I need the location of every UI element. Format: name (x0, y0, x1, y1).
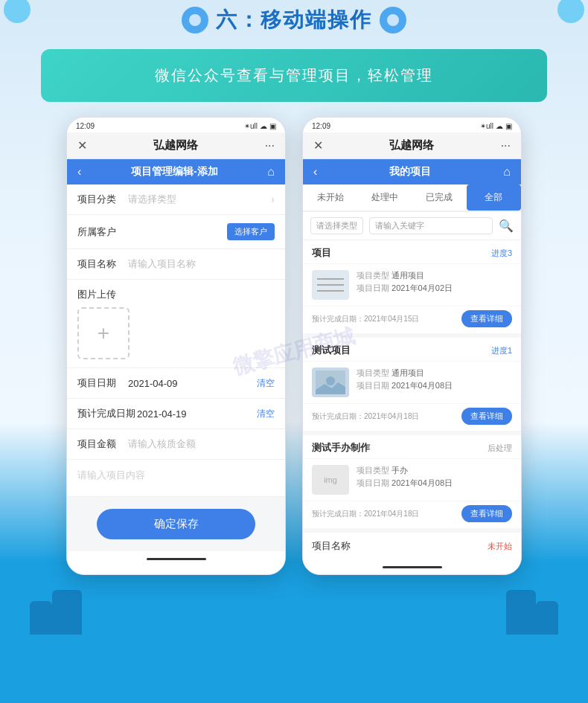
project-list: 项目 进度3 项目类型 通用项 (303, 240, 521, 559)
tab-processing[interactable]: 处理中 (357, 184, 412, 211)
right-wechat-title: 弘越网络 (323, 138, 501, 153)
project-card-2-body: 项目类型 通用项目 项目日期 2021年04月08日 (303, 362, 521, 403)
header-icon-right (380, 7, 406, 33)
left-home-icon[interactable]: ⌂ (267, 165, 275, 179)
right-phone: 12:09 ✴ull☁▣ ✕ 弘越网络 ··· ‹ 我的项目 ⌂ 未开始 处理中 (302, 117, 522, 575)
project-1-info: 项目类型 通用项目 项目日期 2021年04月02日 (357, 270, 512, 295)
right-blue-nav: ‹ 我的项目 ⌂ (303, 159, 521, 184)
project-card-1-body: 项目类型 通用项目 项目日期 2021年04月02日 (303, 264, 521, 306)
keyword-input[interactable]: 请输入关键字 (369, 217, 493, 234)
form-row-category[interactable]: 项目分类 请选择类型 › (67, 184, 285, 215)
form-label-date: 项目日期 (77, 376, 128, 390)
project-3-thumb: img (312, 465, 349, 495)
left-status-time: 12:09 (76, 122, 95, 130)
project-card-1-header: 项目 进度3 (303, 240, 521, 264)
form-label-category: 项目分类 (77, 193, 128, 206)
right-home-icon[interactable]: ⌂ (503, 165, 511, 179)
project-card-1-footer: 预计完成日期：2021年04月15日 查看详细 (303, 306, 521, 333)
left-status-icons: ✴ull☁▣ (244, 122, 276, 130)
form-row-expected-date[interactable]: 预计完成日期 2021-04-19 清空 (67, 399, 285, 429)
project-2-detail-button[interactable]: 查看详细 (461, 408, 512, 425)
project-1-name: 项目 (312, 246, 331, 260)
right-phone-bottom (303, 559, 521, 574)
project-2-info: 项目类型 通用项目 项目日期 2021年04月08日 (357, 367, 512, 393)
form-placeholder-content: 请输入项目内容 (77, 469, 145, 481)
right-status-bar: 12:09 ✴ull☁▣ (303, 118, 521, 132)
form-row-name[interactable]: 项目名称 请输入项目名称 (67, 249, 285, 280)
project-card-2-header: 测试项目 进度1 (303, 338, 521, 362)
form-placeholder-amount: 请输入核质金额 (128, 437, 275, 451)
project-3-detail-button[interactable]: 查看详细 (461, 505, 512, 522)
upload-box[interactable]: + (77, 307, 130, 359)
right-wechat-nav: ✕ 弘越网络 ··· (303, 132, 521, 159)
project-card-3: 测试手办制作 后处理 img 项目类型 手办 项目日期 2021年04月 (303, 435, 521, 528)
tab-completed[interactable]: 已完成 (412, 184, 467, 211)
right-close-icon[interactable]: ✕ (313, 138, 323, 153)
left-blue-nav: ‹ 项目管理编辑-添加 ⌂ (67, 159, 285, 184)
project-1-progress: 进度3 (491, 248, 512, 259)
left-close-icon[interactable]: ✕ (77, 138, 87, 153)
form-label-name: 项目名称 (77, 257, 128, 271)
project-card-1: 项目 进度3 项目类型 通用项 (303, 240, 521, 333)
right-nav-title: 我的项目 (317, 165, 503, 179)
project-2-date: 项目日期 2021年04月08日 (357, 380, 512, 391)
banner-text: 微信公众号查看与管理项目，轻松管理 (155, 67, 433, 83)
last-project-row: 项目名称 未开始 (303, 533, 521, 559)
last-project-status: 未开始 (488, 541, 512, 552)
left-phone: 12:09 ✴ull☁▣ ✕ 弘越网络 ··· ‹ 项目管理编辑-添加 ⌂ (66, 117, 286, 575)
select-customer-button[interactable]: 选择客户 (227, 223, 275, 240)
form-row-customer[interactable]: 所属客户 选择客户 (67, 215, 285, 249)
form-arrow-category: › (271, 193, 275, 205)
form-row-content[interactable]: 请输入项目内容 (67, 460, 285, 497)
left-phone-bottom (67, 551, 285, 566)
phones-row: 12:09 ✴ull☁▣ ✕ 弘越网络 ··· ‹ 项目管理编辑-添加 ⌂ (0, 117, 588, 575)
left-status-bar: 12:09 ✴ull☁▣ (67, 118, 285, 132)
bottom-bar (147, 558, 206, 560)
right-bottom-bar (383, 566, 442, 568)
plus-icon: + (98, 321, 109, 345)
date-clear-button[interactable]: 清空 (257, 377, 275, 390)
header-icon-left (182, 7, 208, 33)
svg-point-0 (189, 14, 201, 26)
project-card-2: 测试项目 进度1 项目类型 通 (303, 338, 521, 431)
tab-all[interactable]: 全部 (467, 184, 521, 211)
project-3-type: 项目类型 手办 (357, 465, 512, 476)
form-label-expected-date: 预计完成日期 (77, 407, 137, 420)
right-status-icons: ✴ull☁▣ (480, 122, 512, 130)
form-row-amount[interactable]: 项目金额 请输入核质金额 (67, 429, 285, 460)
right-menu-icon[interactable]: ··· (501, 139, 511, 153)
project-2-progress: 进度1 (491, 345, 512, 356)
left-wechat-nav: ✕ 弘越网络 ··· (67, 132, 285, 159)
left-menu-icon[interactable]: ··· (265, 139, 275, 153)
form-value-category: 请选择类型 (128, 193, 271, 206)
project-1-thumb (312, 270, 349, 300)
form-value-date: 2021-04-09 (128, 378, 251, 389)
form-row-date[interactable]: 项目日期 2021-04-09 清空 (67, 368, 285, 399)
project-card-2-footer: 预计完成日期：2021年04月18日 查看详细 (303, 403, 521, 431)
right-status-time: 12:09 (312, 122, 330, 130)
expected-date-clear-button[interactable]: 清空 (257, 408, 275, 420)
form-row-upload[interactable]: 图片上传 + (67, 280, 285, 368)
project-card-3-header: 测试手办制作 后处理 (303, 435, 521, 459)
form-label-customer: 所属客户 (77, 225, 128, 239)
save-button[interactable]: 确定保存 (97, 509, 255, 539)
svg-point-1 (387, 14, 399, 26)
project-3-deadline: 预计完成日期：2021年04月18日 (312, 509, 420, 519)
banner: 微信公众号查看与管理项目，轻松管理 (41, 49, 547, 102)
bottom-pillar-right (506, 590, 536, 635)
save-btn-wrap: 确定保存 (67, 497, 285, 551)
project-2-thumb (312, 367, 349, 397)
form-value-expected-date: 2021-04-19 (137, 408, 251, 420)
project-3-date: 项目日期 2021年04月08日 (357, 478, 512, 489)
tab-not-started[interactable]: 未开始 (303, 184, 357, 211)
left-wechat-title: 弘越网络 (87, 138, 265, 153)
last-project-name: 项目名称 (312, 539, 351, 553)
bottom-section (0, 575, 588, 635)
project-2-deadline: 预计完成日期：2021年04月18日 (312, 411, 420, 422)
type-select[interactable]: 请选择类型 (310, 217, 363, 234)
project-2-name: 测试项目 (312, 344, 351, 357)
form-label-upload: 图片上传 (77, 288, 275, 301)
search-icon[interactable]: 🔍 (499, 219, 514, 233)
project-1-detail-button[interactable]: 查看详细 (461, 310, 512, 327)
project-1-type: 项目类型 通用项目 (357, 270, 512, 281)
